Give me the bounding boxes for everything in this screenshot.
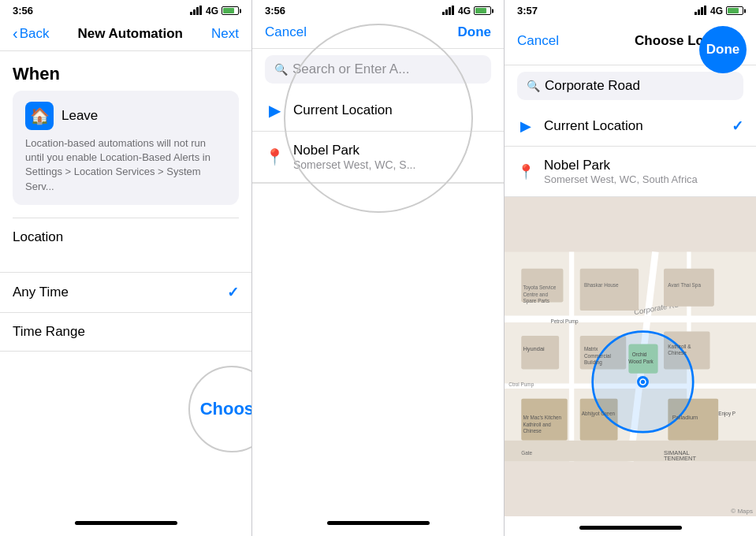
svg-text:Kathiroll and: Kathiroll and	[523, 422, 551, 427]
status-time-3: 3:57	[517, 5, 538, 17]
trigger-row: 🏠 Leave	[25, 102, 226, 130]
svg-text:Hyundai: Hyundai	[523, 345, 545, 352]
svg-text:Kathiroll &: Kathiroll &	[668, 344, 691, 349]
nobel-park-item-3[interactable]: 📍 Nobel Park Somerset West, WC, South Af…	[505, 147, 756, 197]
nav-bar-3: Cancel Choose Location Done	[505, 18, 756, 65]
svg-rect-5	[445, 9, 448, 15]
svg-text:Commercial: Commercial	[584, 353, 611, 359]
current-location-text-2: Current Location	[293, 102, 393, 118]
svg-rect-4	[442, 12, 445, 15]
battery-icon-3	[726, 6, 743, 15]
any-time-label: Any Time	[13, 285, 69, 300]
time-range-label: Time Range	[13, 324, 85, 340]
svg-text:Building: Building	[584, 359, 602, 366]
signal-label-3: 4G	[710, 6, 723, 17]
status-bar-3: 3:57 4G	[505, 0, 756, 18]
svg-text:Petrol Pump: Petrol Pump	[550, 318, 579, 325]
next-button[interactable]: Next	[211, 26, 239, 42]
cancel-button-2[interactable]: Cancel	[265, 24, 307, 40]
current-location-item-3[interactable]: ▶ Current Location ✓	[505, 106, 756, 147]
any-time-item[interactable]: Any Time ✓	[0, 272, 251, 313]
back-button[interactable]: ‹ Back	[13, 24, 49, 43]
search-placeholder-2: Search or Enter A...	[292, 61, 409, 77]
map-attribution: © Maps	[731, 508, 753, 515]
choose-circle-overlay[interactable]: Choose	[188, 366, 252, 452]
home-indicator-3	[579, 526, 682, 530]
done-circle-button[interactable]: Done	[699, 26, 747, 73]
svg-text:Wood Park: Wood Park	[628, 359, 654, 364]
trigger-card: 🏠 Leave Location-based automations will …	[13, 91, 239, 205]
map-container[interactable]: Corporate Rd Toyota Service	[505, 197, 756, 516]
svg-text:Chinese: Chinese	[523, 428, 542, 434]
back-chevron-icon: ‹	[13, 24, 18, 43]
status-time-2: 3:56	[265, 5, 285, 17]
signal-label-2: 4G	[458, 6, 471, 17]
location-list-3: ▶ Current Location ✓ 📍 Nobel Park Somers…	[505, 106, 756, 197]
trigger-icon: 🏠	[25, 102, 54, 130]
current-location-option-2[interactable]: ▶ Current Location	[252, 90, 504, 132]
svg-text:Centre and: Centre and	[523, 292, 548, 297]
time-section: Any Time ✓ Time Range	[0, 272, 251, 352]
time-range-item[interactable]: Time Range	[0, 313, 251, 352]
svg-text:Orchid: Orchid	[632, 352, 647, 358]
nobel-park-icon-2: 📍	[265, 147, 284, 166]
nobel-park-text-2: Nobel Park Somerset West, WC, S...	[293, 143, 415, 171]
current-location-icon-2: ▶	[265, 101, 284, 120]
search-icon-3: 🔍	[527, 80, 540, 92]
svg-text:Matrix: Matrix	[584, 346, 598, 352]
map-svg: Corporate Rd Toyota Service	[505, 197, 756, 516]
nav-bar-1: ‹ Back New Automation Next	[0, 18, 251, 51]
search-bar-2[interactable]: 🔍 Search or Enter A...	[265, 55, 491, 84]
back-label: Back	[20, 26, 50, 42]
svg-rect-53	[505, 441, 756, 462]
svg-text:Mr Mac's Kitchen: Mr Mac's Kitchen	[523, 415, 561, 420]
status-icons-2: 4G	[442, 6, 491, 17]
home-indicator-2	[327, 521, 430, 525]
status-icons-3: 4G	[695, 6, 743, 17]
current-loc-text-3: Current Location	[544, 118, 643, 134]
search-icon-2: 🔍	[274, 63, 288, 76]
svg-rect-6	[449, 7, 451, 15]
any-time-checkmark: ✓	[227, 284, 239, 301]
svg-text:TENEMENT: TENEMENT	[664, 455, 696, 462]
battery-icon-2	[474, 6, 491, 15]
empty-list-area-2	[252, 183, 504, 510]
svg-text:Palladium: Palladium	[672, 414, 698, 421]
panel-choose-location: 3:56 4G Cancel Done 🔍 Search or Enter A.…	[252, 0, 505, 536]
panel-choose-location-map: 3:57 4G Cancel Choose Location Done �	[505, 0, 756, 536]
nav-title-1: New Automation	[78, 26, 183, 42]
location-label: Location	[13, 229, 63, 245]
signal-label-1: 4G	[206, 6, 218, 17]
battery-icon-1	[222, 6, 239, 15]
nobel-park-option-2[interactable]: 📍 Nobel Park Somerset West, WC, S...	[252, 132, 504, 183]
home-indicator-1	[75, 521, 177, 525]
panel-new-automation: 3:56 4G ‹ Back New Automation Next W	[0, 0, 252, 536]
choose-label: Choose	[200, 399, 252, 419]
svg-rect-3	[199, 6, 202, 15]
svg-rect-7	[452, 6, 454, 15]
location-row: Location	[13, 218, 239, 256]
signal-icon-3	[695, 6, 707, 17]
signal-icon-1	[190, 6, 203, 17]
cancel-button-3[interactable]: Cancel	[517, 33, 559, 49]
svg-rect-2	[196, 7, 199, 15]
current-loc-icon-3: ▶	[517, 117, 534, 135]
trigger-info: Location-based automations will not run …	[25, 136, 226, 194]
nobel-park-text-3: Nobel Park Somerset West, WC, South Afri…	[544, 158, 698, 185]
when-section-title: When	[0, 51, 251, 91]
trigger-label: Leave	[61, 108, 98, 124]
signal-icon-2	[442, 6, 455, 17]
svg-rect-9	[698, 9, 700, 15]
svg-point-33	[641, 380, 645, 384]
search-bar-3[interactable]: 🔍 Corporate Road	[517, 72, 743, 100]
svg-text:Gate: Gate	[521, 450, 532, 456]
svg-text:Spare Parts: Spare Parts	[523, 298, 549, 304]
svg-rect-8	[695, 12, 697, 15]
svg-rect-11	[704, 6, 706, 15]
done-button-2[interactable]: Done	[457, 24, 491, 40]
current-loc-checkmark-3: ✓	[732, 117, 743, 135]
svg-text:Toyota Service: Toyota Service	[523, 285, 556, 291]
svg-rect-21	[580, 269, 639, 311]
svg-text:Chinese: Chinese	[668, 350, 687, 355]
svg-rect-23	[521, 336, 559, 370]
